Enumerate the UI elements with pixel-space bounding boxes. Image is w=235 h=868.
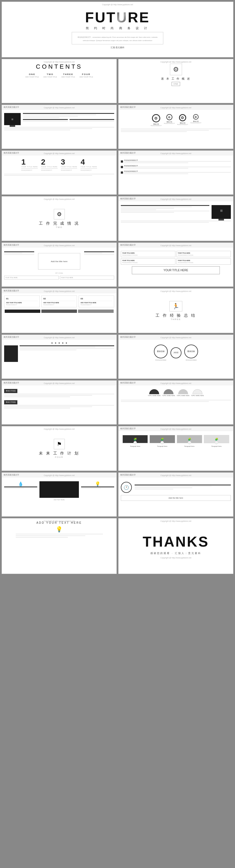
at-lines-1: [124, 161, 231, 163]
ic2-lines: [81, 487, 114, 489]
watermark-6b: Copyright @ http://www.pptstore.net: [160, 245, 191, 246]
monitor2-layout: ▦: [121, 205, 231, 219]
m2-bottom-lines: [121, 220, 231, 223]
puzzle-inner: 🧩 Paragraph Items 🧩 Paragraph Items 🧩 Pa…: [119, 431, 233, 451]
at-lines-2: [124, 166, 231, 169]
m2l-6: [121, 212, 174, 213]
slide-title-grid: Copyright @ http://www.pptstore.net 相关页面…: [118, 243, 233, 287]
watermark-7a: Copyright @ http://www.pptstore.net: [43, 290, 75, 292]
section-two-inner: ⚙ 工 作 完 成 情 况 TWO: [2, 196, 116, 241]
pl-4: TOPIC NAME HERE: [191, 395, 204, 396]
row-11: Copyright @ http://www.pptstore.net 相关页面…: [2, 472, 233, 517]
ptl-3: [20, 348, 114, 349]
numbers-bottom: [2, 174, 116, 178]
ckl-3: [135, 487, 192, 488]
watermark-11a: Copyright @ http://www.pptstore.net: [43, 474, 75, 476]
ns-desc-4: 单击此处添加描述文字: [81, 169, 97, 171]
monitor2-text: [121, 205, 209, 213]
section-three-num: THREE: [171, 318, 181, 320]
circle-center: 决策层: [171, 347, 181, 358]
add-text-lines: [16, 534, 103, 538]
box-desc-2: 单击此处添加描述文字: [43, 304, 75, 305]
tbl-1: [4, 394, 114, 395]
add-title-here-box: Add the title here: [121, 495, 231, 501]
drop-icon: 💧: [4, 481, 37, 487]
slide-add-title: Copyright @ http://www.pptstore.net 相关页面…: [2, 243, 117, 287]
pl-2: TOPIC NAME HERE: [162, 395, 175, 396]
cl-desc: 单击此处添加描述: [154, 359, 168, 361]
watermark-8b: Copyright @ http://www.pptstore.net: [160, 337, 191, 339]
number-step-2: 2 YOUR TITLE HERE 单击此处添加描述文字: [41, 158, 58, 171]
watermark-9b: Copyright @ http://www.pptstore.net: [160, 382, 191, 384]
pbl-2: [121, 401, 209, 402]
row-9: Copyright @ http://www.pptstore.net 相关页面…: [2, 380, 233, 425]
slide-tag-boxes: Copyright @ http://www.pptstore.net 相关页面…: [2, 380, 117, 425]
box-1: 01 ADD YOUR TITLE HERE 单击此处添加描述文字: [4, 296, 40, 307]
puzzle-row: 🧩 Paragraph Items 🧩 Paragraph Items 🧩 Pa…: [121, 433, 231, 449]
tg-title-3: YOUR TITLE HERE: [122, 260, 174, 261]
ckl-1: [135, 485, 231, 486]
atl-4: [124, 168, 188, 169]
watermark-4a: Copyright @ http://www.pptstore.net: [43, 152, 75, 154]
section-four-title: 未 来 工 作 计 划: [39, 451, 80, 456]
atl-line2: [16, 535, 86, 536]
gbl-1: [121, 128, 231, 129]
text-lines-1: [23, 113, 114, 118]
puzzle-4: 🧩 Paragraph Items: [204, 435, 229, 447]
watermark-3a: Copyright @ http://www.pptstore.net: [43, 107, 75, 108]
cover-desc1: 单击此处添加文字，consectetur adipiscing elit. Pr…: [78, 36, 157, 39]
cover-photo-letter: U: [116, 10, 128, 25]
gbl-2: [121, 130, 209, 131]
pie-inner: TOPIC NAME HERE TOPIC NAME HERE TOPIC NA…: [119, 385, 233, 405]
icons-inner: 💧 💡 ADD TEXT: [2, 477, 116, 503]
arrow-content-2: 单击此处添加描述文字: [124, 165, 231, 169]
photo-text-row: [4, 345, 114, 362]
bulb-icon-main: 💡: [56, 526, 63, 532]
gear-desc-1: 单击此处添加描述文字: [151, 125, 161, 126]
thanks-watermark: Copyright @ http://www.pptstore.net: [160, 557, 191, 559]
tg-2: YOUR TITLE HERE 单击此处添加描述文字单击此处: [177, 251, 231, 257]
ptl-1: [20, 345, 114, 346]
gbl-3: [121, 131, 187, 132]
gears-inner: ⚙ 整体介绍 单击此处添加描述文字 ⚙ 整体介绍 单击此处添加描述文字 ⚙ 整体…: [119, 110, 233, 135]
ns-line-4: [81, 168, 97, 169]
pl-3: TOPIC NAME HERE: [177, 395, 189, 396]
contents-items: ONE ADD YOUR TITLE TWO ADD YOUR TITLE TH…: [25, 73, 93, 78]
add-title-text: Add the title here: [51, 260, 67, 263]
add-title-inner: Add the title here PPT STORE YOUR TITLE …: [2, 248, 116, 282]
slide-monitor-2: Copyright @ http://www.pptstore.net 相关页面…: [118, 196, 233, 241]
tag-box-1: 整体文字段落: [4, 388, 114, 397]
gi2-line1: [69, 120, 115, 121]
cover-title-text2: RE: [128, 10, 150, 25]
arrow-item-2: 单击此处添加描述文字: [121, 165, 231, 169]
center-photo: [39, 481, 79, 498]
pl-1: TOPIC NAME HERE: [148, 395, 160, 396]
stars-row: ★ ★ ★ ★ ★: [4, 342, 114, 344]
tbl2-1: [4, 405, 114, 406]
hc-2: [164, 389, 174, 394]
ns-line-1: [21, 168, 38, 169]
watermark-12b: Copyright @ http://www.pptstore.net: [160, 520, 191, 522]
ltl-3: [4, 254, 34, 255]
big-title-box: YOUR TITLE HERE: [132, 266, 220, 274]
pie-4: TOPIC NAME HERE: [191, 389, 204, 396]
star-3: ★: [58, 342, 60, 344]
mtb-1: YOUR TITLE HERE: [4, 276, 59, 279]
m2l-4: [121, 209, 156, 210]
nb-2: [4, 175, 92, 176]
section-two-title: 工 作 完 成 情 况: [39, 221, 80, 226]
circle-big-center: 决策层: [171, 347, 181, 358]
ns-title-4: YOUR TITLE HERE: [81, 166, 97, 167]
section-four-icon-box: ⚑: [54, 439, 65, 449]
circle-big-left: 整体目标: [154, 345, 168, 358]
num-big-3: 3: [61, 158, 78, 166]
section-four-num: FOUR: [55, 456, 63, 458]
contents-num-3: THREE: [61, 73, 75, 75]
arrow-item-3: 单击此处添加描述文字: [121, 170, 231, 175]
tbl2-2: [4, 406, 92, 407]
contents-num-4: FOUR: [80, 73, 93, 75]
gear-desc-4: 单击此处添加描述文字: [190, 122, 201, 123]
tbl-2: [4, 395, 92, 396]
num-big-2: 2: [41, 158, 58, 166]
slide-section-three: Copyright @ http://www.pptstore.net 🏃 工 …: [118, 288, 233, 333]
